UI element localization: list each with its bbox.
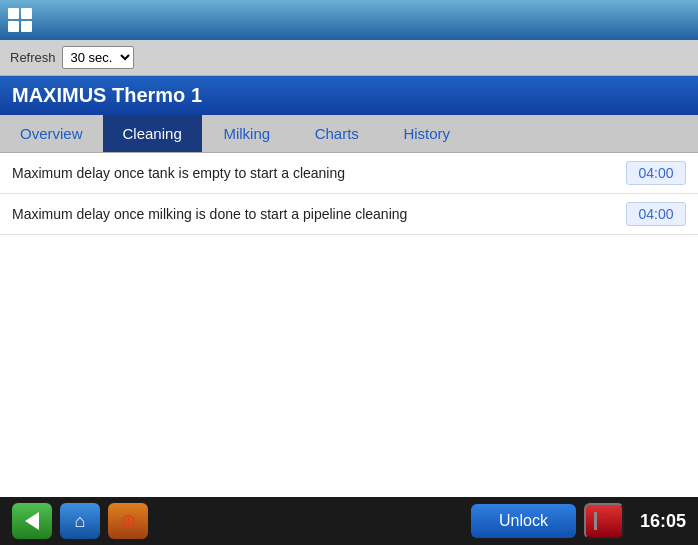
back-button[interactable] xyxy=(12,503,52,539)
tab-cleaning[interactable]: Cleaning xyxy=(103,115,202,152)
row-label-2: Maximum delay once milking is done to st… xyxy=(12,206,626,222)
refresh-bar: Refresh 10 sec. 30 sec. 1 min. 5 min. xyxy=(0,40,698,76)
tabs-row: Overview Cleaning Milking Charts History xyxy=(0,115,698,153)
lifebuoy-icon: ⊕ xyxy=(120,509,137,533)
help-button[interactable]: ⊕ xyxy=(108,503,148,539)
bottom-toolbar: ⌂ ⊕ Unlock 16:05 xyxy=(0,497,698,545)
row-label-1: Maximum delay once tank is empty to star… xyxy=(12,165,626,181)
main-content: Refresh 10 sec. 30 sec. 1 min. 5 min. MA… xyxy=(0,40,698,497)
arrow-left-icon xyxy=(25,512,39,530)
tab-history[interactable]: History xyxy=(382,115,472,152)
top-bar xyxy=(0,0,698,40)
refresh-label: Refresh xyxy=(10,50,56,65)
expand-icon[interactable] xyxy=(8,8,32,32)
tab-charts[interactable]: Charts xyxy=(292,115,382,152)
flag-icon xyxy=(594,512,614,530)
table-row: Maximum delay once milking is done to st… xyxy=(0,194,698,235)
content-area: Maximum delay once tank is empty to star… xyxy=(0,153,698,497)
table-row: Maximum delay once tank is empty to star… xyxy=(0,153,698,194)
device-title: MAXIMUS Thermo 1 xyxy=(0,76,698,115)
row-value-1[interactable]: 04:00 xyxy=(626,161,686,185)
tab-overview[interactable]: Overview xyxy=(0,115,103,152)
home-button[interactable]: ⌂ xyxy=(60,503,100,539)
home-icon: ⌂ xyxy=(75,511,86,532)
time-display: 16:05 xyxy=(640,511,686,532)
refresh-select[interactable]: 10 sec. 30 sec. 1 min. 5 min. xyxy=(62,46,134,69)
row-value-2[interactable]: 04:00 xyxy=(626,202,686,226)
alarm-button[interactable] xyxy=(584,503,624,539)
tab-milking[interactable]: Milking xyxy=(202,115,292,152)
unlock-button[interactable]: Unlock xyxy=(471,504,576,538)
